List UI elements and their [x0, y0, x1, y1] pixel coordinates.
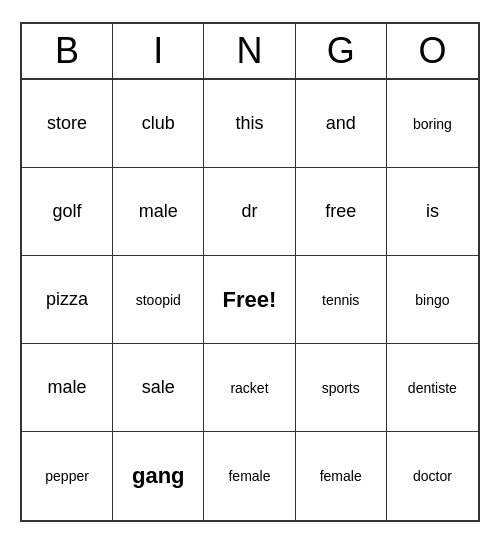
header-letter: G	[296, 24, 387, 78]
cell-r0-c3: and	[296, 80, 387, 168]
cell-r3-c0: male	[22, 344, 113, 432]
cell-r0-c4: boring	[387, 80, 478, 168]
cell-r2-c0: pizza	[22, 256, 113, 344]
cell-r3-c1: sale	[113, 344, 204, 432]
cell-r1-c1: male	[113, 168, 204, 256]
cell-r1-c4: is	[387, 168, 478, 256]
cell-r3-c3: sports	[296, 344, 387, 432]
cell-r4-c4: doctor	[387, 432, 478, 520]
cell-r3-c2: racket	[204, 344, 295, 432]
header-letter: O	[387, 24, 478, 78]
cell-r2-c4: bingo	[387, 256, 478, 344]
cell-r0-c0: store	[22, 80, 113, 168]
cell-r0-c2: this	[204, 80, 295, 168]
cell-r2-c1: stoopid	[113, 256, 204, 344]
bingo-header: BINGO	[22, 24, 478, 80]
bingo-grid: storeclubthisandboringgolfmaledrfreeispi…	[22, 80, 478, 520]
cell-r4-c2: female	[204, 432, 295, 520]
cell-r4-c0: pepper	[22, 432, 113, 520]
cell-r4-c1: gang	[113, 432, 204, 520]
cell-r2-c3: tennis	[296, 256, 387, 344]
cell-r1-c3: free	[296, 168, 387, 256]
cell-r3-c4: dentiste	[387, 344, 478, 432]
cell-r2-c2: Free!	[204, 256, 295, 344]
header-letter: I	[113, 24, 204, 78]
header-letter: B	[22, 24, 113, 78]
cell-r0-c1: club	[113, 80, 204, 168]
bingo-card: BINGO storeclubthisandboringgolfmaledrfr…	[20, 22, 480, 522]
cell-r4-c3: female	[296, 432, 387, 520]
cell-r1-c0: golf	[22, 168, 113, 256]
cell-r1-c2: dr	[204, 168, 295, 256]
header-letter: N	[204, 24, 295, 78]
